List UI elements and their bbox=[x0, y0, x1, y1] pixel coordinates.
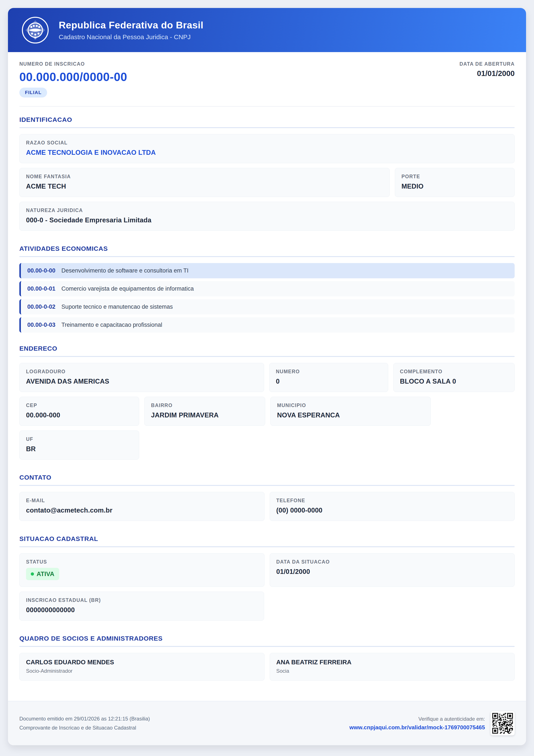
field-value: 0000000000000 bbox=[26, 606, 257, 614]
field-label: STATUS bbox=[26, 559, 258, 565]
partner-role: Socia bbox=[276, 668, 508, 674]
activity-row: 00.00-0-03 Treinamento e capacitacao pro… bbox=[19, 317, 515, 333]
field-natureza-juridica: NATUREZA JURIDICA 000-0 - Sociedade Empr… bbox=[19, 202, 515, 231]
field-value: NOVA ESPERANCA bbox=[277, 411, 424, 419]
field-label: TELEFONE bbox=[276, 498, 508, 503]
page-subtitle: Cadastro Nacional da Pessoa Juridica - C… bbox=[59, 33, 203, 41]
field-label: E-MAIL bbox=[26, 498, 258, 503]
field-porte: PORTE MEDIO bbox=[395, 168, 515, 197]
field-value: ACME TECH bbox=[26, 182, 383, 190]
field-cep: CEP 00.000-000 bbox=[19, 397, 139, 426]
field-value: 00.000-000 bbox=[26, 411, 133, 419]
partner-name: ANA BEATRIZ FERREIRA bbox=[276, 659, 508, 666]
cnpj-number: 00.000.000/0000-00 bbox=[19, 70, 127, 84]
opening-date-block: DATA DE ABERTURA 01/01/2000 bbox=[459, 61, 515, 78]
field-label: BAIRRO bbox=[151, 403, 259, 408]
registration-number-label: NUMERO DE INSCRICAO bbox=[19, 61, 127, 67]
activity-description: Suporte tecnico e manutencao de sistemas bbox=[62, 304, 173, 310]
field-label: RAZAO SOCIAL bbox=[26, 140, 508, 146]
cnpj-document-card: Republica Federativa do Brasil Cadastro … bbox=[8, 8, 526, 745]
opening-date-label: DATA DE ABERTURA bbox=[459, 61, 515, 67]
status-dot-icon bbox=[31, 572, 34, 576]
activity-code: 00.00-0-00 bbox=[27, 267, 56, 274]
brasil-emblem-icon bbox=[20, 15, 50, 45]
field-nome-fantasia: NOME FANTASIA ACME TECH bbox=[19, 168, 390, 197]
section-identification-title: IDENTIFICACAO bbox=[19, 116, 515, 123]
field-label: PORTE bbox=[401, 174, 508, 179]
registration-row: NUMERO DE INSCRICAO 00.000.000/0000-00 F… bbox=[19, 61, 515, 97]
section-address-title: ENDERECO bbox=[19, 345, 515, 352]
field-value: contato@acmetech.com.br bbox=[26, 506, 258, 514]
section-rule bbox=[19, 127, 515, 128]
field-value: 0 bbox=[276, 378, 382, 385]
footer-document-name: Comprovante de Inscricao e de Situacao C… bbox=[19, 723, 150, 732]
section-address: ENDERECO LOGRADOURO AVENIDA DAS AMERICAS… bbox=[19, 345, 515, 464]
document-body: NUMERO DE INSCRICAO 00.000.000/0000-00 F… bbox=[8, 52, 526, 701]
section-cadastral-title: SITUACAO CADASTRAL bbox=[19, 535, 515, 542]
section-contact-title: CONTATO bbox=[19, 474, 515, 481]
document-header: Republica Federativa do Brasil Cadastro … bbox=[8, 8, 526, 52]
field-value: ACME TECNOLOGIA E INOVACAO LTDA bbox=[26, 149, 508, 156]
field-complemento: COMPLEMENTO BLOCO A SALA 0 bbox=[394, 363, 515, 392]
field-logradouro: LOGRADOURO AVENIDA DAS AMERICAS bbox=[19, 363, 264, 392]
partner-role: Socio-Administrador bbox=[26, 668, 258, 674]
header-titles: Republica Federativa do Brasil Cadastro … bbox=[59, 19, 203, 41]
field-value: (00) 0000-0000 bbox=[276, 506, 508, 514]
field-inscricao-estadual: INSCRICAO ESTADUAL (BR) 0000000000000 bbox=[19, 592, 264, 621]
field-telefone: TELEFONE (00) 0000-0000 bbox=[270, 492, 515, 521]
section-activities: ATIVIDADES ECONOMICAS 00.00-0-00 Desenvo… bbox=[19, 245, 515, 336]
section-rule bbox=[19, 356, 515, 357]
section-rule bbox=[19, 546, 515, 547]
branch-badge: FILIAL bbox=[19, 88, 47, 97]
opening-date-value: 01/01/2000 bbox=[459, 69, 515, 78]
footer-verification: Verifique a autenticidade em: www.cnpjaq… bbox=[349, 711, 515, 735]
section-rule bbox=[19, 485, 515, 486]
field-data-situacao: DATA DA SITUACAO 01/01/2000 bbox=[270, 553, 515, 587]
field-label: NATUREZA JURIDICA bbox=[26, 207, 508, 213]
section-identification: IDENTIFICACAO RAZAO SOCIAL ACME TECNOLOG… bbox=[19, 116, 515, 235]
field-label: CEP bbox=[26, 403, 133, 408]
activity-description: Comercio varejista de equipamentos de in… bbox=[62, 285, 194, 292]
field-label: COMPLEMENTO bbox=[400, 369, 508, 375]
field-label: NUMERO bbox=[276, 369, 382, 375]
section-rule bbox=[19, 646, 515, 647]
activity-row-primary: 00.00-0-00 Desenvolvimento de software e… bbox=[19, 263, 515, 278]
status-badge: ATIVA bbox=[26, 568, 59, 580]
partner-card: ANA BEATRIZ FERREIRA Socia bbox=[270, 653, 515, 681]
field-label: INSCRICAO ESTADUAL (BR) bbox=[26, 597, 257, 603]
document-footer: Documento emitido em 29/01/2026 as 12:21… bbox=[8, 701, 526, 745]
field-status: STATUS ATIVA bbox=[19, 553, 265, 587]
field-value: AVENIDA DAS AMERICAS bbox=[26, 378, 257, 385]
activity-row: 00.00-0-01 Comercio varejista de equipam… bbox=[19, 281, 515, 296]
field-value: BLOCO A SALA 0 bbox=[400, 378, 508, 385]
header-separator bbox=[19, 106, 515, 107]
section-partners-title: QUADRO DE SOCIOS E ADMINISTRADORES bbox=[19, 635, 515, 642]
status-value: ATIVA bbox=[37, 570, 54, 578]
field-label: MUNICIPIO bbox=[277, 403, 424, 408]
field-value: BR bbox=[26, 445, 133, 453]
field-razao-social: RAZAO SOCIAL ACME TECNOLOGIA E INOVACAO … bbox=[19, 134, 515, 163]
field-email: E-MAIL contato@acmetech.com.br bbox=[19, 492, 265, 521]
field-bairro: BAIRRO JARDIM PRIMAVERA bbox=[144, 397, 265, 426]
section-contact: CONTATO E-MAIL contato@acmetech.com.br T… bbox=[19, 474, 515, 526]
section-cadastral-status: SITUACAO CADASTRAL STATUS ATIVA DATA DA … bbox=[19, 535, 515, 625]
partner-card: CARLOS EDUARDO MENDES Socio-Administrado… bbox=[19, 653, 265, 681]
field-value: 000-0 - Sociedade Empresaria Limitada bbox=[26, 216, 508, 224]
activity-row: 00.00-0-02 Suporte tecnico e manutencao … bbox=[19, 299, 515, 314]
footer-issued-line: Documento emitido em 29/01/2026 as 12:21… bbox=[19, 714, 150, 723]
verify-url-link[interactable]: www.cnpjaqui.com.br/validar/mock-1769700… bbox=[349, 724, 485, 731]
section-partners: QUADRO DE SOCIOS E ADMINISTRADORES CARLO… bbox=[19, 635, 515, 686]
partner-name: CARLOS EDUARDO MENDES bbox=[26, 659, 258, 666]
activity-code: 00.00-0-03 bbox=[27, 322, 56, 328]
verify-label: Verifique a autenticidade em: bbox=[349, 716, 485, 722]
field-label: NOME FANTASIA bbox=[26, 174, 383, 179]
activity-code: 00.00-0-02 bbox=[27, 304, 56, 310]
section-rule bbox=[19, 256, 515, 257]
qr-code bbox=[491, 711, 515, 735]
field-value: 01/01/2000 bbox=[276, 568, 508, 576]
registration-number-block: NUMERO DE INSCRICAO 00.000.000/0000-00 F… bbox=[19, 61, 127, 97]
field-municipio: MUNICIPIO NOVA ESPERANCA bbox=[270, 397, 431, 426]
field-label: UF bbox=[26, 436, 133, 442]
activity-description: Desenvolvimento de software e consultori… bbox=[62, 267, 189, 274]
field-numero: NUMERO 0 bbox=[269, 363, 388, 392]
